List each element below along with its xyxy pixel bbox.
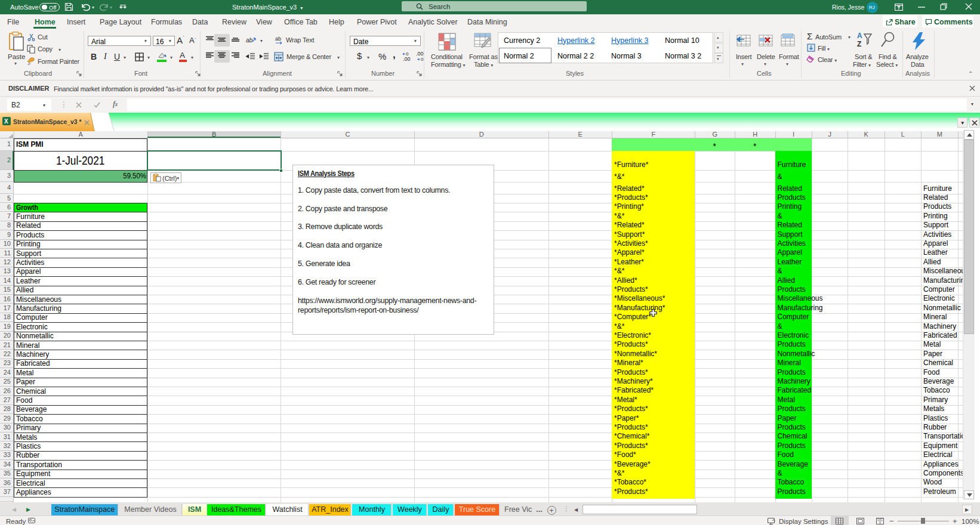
svg-text:A: A	[857, 32, 862, 40]
svg-text:X: X	[4, 118, 8, 125]
svg-text:ab: ab	[246, 37, 253, 44]
svg-text:ab: ab	[275, 36, 281, 42]
svg-text:Z: Z	[857, 40, 861, 48]
svg-text:.00: .00	[416, 51, 424, 57]
svg-text:.00: .00	[403, 56, 411, 62]
svg-text:0: 0	[406, 51, 409, 57]
svg-text:0: 0	[421, 57, 424, 62]
